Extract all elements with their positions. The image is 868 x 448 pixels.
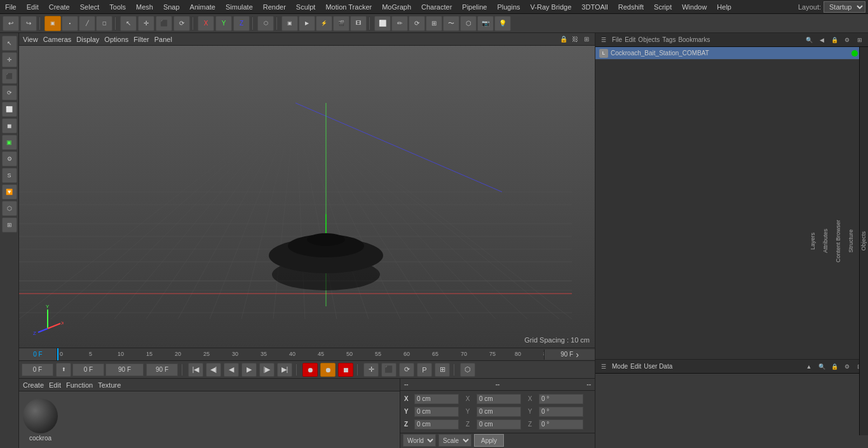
undo-button[interactable]: ↩ <box>3 16 19 31</box>
objects-view-label[interactable]: Objects <box>638 36 660 43</box>
sidebar-btn-11[interactable]: ⬡ <box>2 201 17 216</box>
attrs-gear-icon[interactable]: ⚙ <box>841 361 853 372</box>
mat-function[interactable]: Function <box>66 381 93 389</box>
sidebar-btn-4[interactable]: ⟳ <box>2 85 17 100</box>
attrs-userdata-label[interactable]: User Data <box>644 363 672 370</box>
layout-select[interactable]: Startup <box>824 1 865 13</box>
grid-pb-btn[interactable]: ⊞ <box>435 363 450 377</box>
coord-x-size[interactable] <box>477 394 521 404</box>
coord-x-rot[interactable] <box>539 394 583 404</box>
play-forward-btn[interactable]: ▶ <box>241 363 257 377</box>
vp-menu-display[interactable]: Display <box>76 36 99 43</box>
preview-end-input[interactable] <box>105 363 144 376</box>
vtab-content[interactable]: Content Browser <box>834 217 843 265</box>
vp-menu-filter[interactable]: Filter <box>133 36 149 43</box>
pen-button[interactable]: ✏ <box>391 16 408 31</box>
light-button[interactable]: 💡 <box>494 16 511 31</box>
coord-toggle-btn[interactable]: ✛ <box>363 363 379 377</box>
menu-redshift[interactable]: Redshift <box>613 2 649 12</box>
anim-btn[interactable]: P <box>417 363 432 377</box>
rp-menu-icon[interactable]: ☰ <box>598 34 609 46</box>
objects-file-label[interactable]: File <box>612 36 622 43</box>
render-button[interactable]: 🎬 <box>333 16 349 31</box>
menu-select[interactable]: Select <box>75 2 105 12</box>
menu-plugins[interactable]: Plugins <box>492 2 525 12</box>
object-row-main[interactable]: L Cockroach_Bait_Station_COMBAT <box>595 47 868 60</box>
landscape-button[interactable]: ⬡ <box>460 16 477 31</box>
redo-button[interactable]: ↪ <box>20 16 37 31</box>
vp-menu-panel[interactable]: Panel <box>154 36 172 43</box>
coord-z-size[interactable] <box>477 419 521 430</box>
sidebar-btn-10[interactable]: 🔽 <box>2 184 17 200</box>
vp-link-icon[interactable]: ⛓ <box>571 35 580 44</box>
menu-sculpt[interactable]: Sculpt <box>291 2 321 12</box>
menu-tools[interactable]: Tools <box>104 2 131 12</box>
vp-menu-view[interactable]: View <box>23 36 38 43</box>
step-back-btn[interactable]: ◀| <box>206 363 221 377</box>
menu-render[interactable]: Render <box>258 2 291 12</box>
start-frame-input[interactable] <box>22 363 53 376</box>
rotate-button[interactable]: ⟳ <box>173 16 190 31</box>
menu-animate[interactable]: Animate <box>185 2 220 12</box>
attrs-menu-icon[interactable]: ☰ <box>598 361 609 372</box>
sweep-button[interactable]: ⟳ <box>409 16 425 31</box>
object-visible-dot[interactable] <box>851 50 858 57</box>
transform-btn[interactable]: ⬛ <box>381 363 397 377</box>
vp-lock-icon[interactable]: 🔒 <box>559 35 568 44</box>
menu-motion-tracker[interactable]: Motion Tracker <box>320 2 377 12</box>
sidebar-btn-12[interactable]: ⊞ <box>2 217 17 233</box>
rp-gear-icon[interactable]: ⚙ <box>841 34 853 46</box>
object-button[interactable]: ⬡ <box>257 16 274 31</box>
timeline-end-expand[interactable]: › <box>576 350 579 360</box>
sidebar-btn-2[interactable]: ✛ <box>2 52 17 67</box>
material-slot-1[interactable]: cockroa <box>23 398 58 442</box>
record-stop-btn[interactable]: ⏹ <box>338 363 353 377</box>
menu-simulate[interactable]: Simulate <box>220 2 258 12</box>
render-region-button[interactable]: ▣ <box>281 16 298 31</box>
render-to-po-button[interactable]: ⚡ <box>316 16 332 31</box>
rp-layout-icon[interactable]: ⊞ <box>854 34 865 46</box>
menu-script[interactable]: Script <box>649 2 677 12</box>
material-ball[interactable] <box>23 398 58 433</box>
menu-create[interactable]: Create <box>44 2 75 12</box>
menu-snap[interactable]: Snap <box>158 2 185 12</box>
scale-button[interactable]: ⬛ <box>156 16 172 31</box>
menu-edit[interactable]: Edit <box>22 2 44 12</box>
end-frame-input[interactable] <box>146 363 178 376</box>
menu-mograph[interactable]: MoGraph <box>377 2 416 12</box>
menu-file[interactable]: File <box>0 2 22 12</box>
timeline-track[interactable]: 0 5 10 15 20 25 30 35 40 45 50 55 60 65 … <box>57 348 544 360</box>
apply-button[interactable]: Apply <box>474 434 504 447</box>
array-button[interactable]: ⊞ <box>426 16 442 31</box>
record-btn[interactable]: ⏺ <box>302 363 318 377</box>
select-button[interactable]: ↖ <box>120 16 137 31</box>
vtab-objects[interactable]: Objects <box>859 229 868 254</box>
coord-z-pos[interactable] <box>414 419 459 430</box>
step-forward-btn[interactable]: |▶ <box>259 363 275 377</box>
record-motion-btn[interactable]: ⏺ <box>320 363 336 377</box>
sidebar-btn-7[interactable]: ▣ <box>2 135 17 150</box>
go-to-end-btn[interactable]: ▶| <box>277 363 292 377</box>
coord-x-pos[interactable] <box>414 394 459 404</box>
y-axis-button[interactable]: Y <box>215 16 232 31</box>
render-active-button[interactable]: ▶ <box>299 16 315 31</box>
scale-select[interactable]: Scale <box>438 434 471 447</box>
menu-character[interactable]: Character <box>416 2 457 12</box>
objects-edit-label[interactable]: Edit <box>625 36 635 43</box>
viewport-3d[interactable]: Perspective <box>19 46 595 348</box>
viewport-display-btn[interactable]: ⬡ <box>460 363 475 377</box>
coord-z-rot[interactable] <box>539 419 583 430</box>
mat-texture[interactable]: Texture <box>98 381 121 389</box>
attrs-edit-label[interactable]: Edit <box>630 363 641 370</box>
menu-3dto[interactable]: 3DTOAll <box>576 2 613 12</box>
objects-bookmarks-label[interactable]: Bookmarks <box>678 36 710 43</box>
objects-tags-label[interactable]: Tags <box>662 36 675 43</box>
vp-menu-cameras[interactable]: Cameras <box>43 36 72 43</box>
vp-expand-icon[interactable]: ⊞ <box>582 35 591 44</box>
z-axis-button[interactable]: Z <box>233 16 250 31</box>
cube-button[interactable]: ⬜ <box>374 16 391 31</box>
rp-search-icon[interactable]: 🔍 <box>803 34 815 46</box>
x-axis-button[interactable]: X <box>198 16 214 31</box>
vp-menu-options[interactable]: Options <box>104 36 128 43</box>
vtab-layers[interactable]: Layers <box>808 230 817 252</box>
